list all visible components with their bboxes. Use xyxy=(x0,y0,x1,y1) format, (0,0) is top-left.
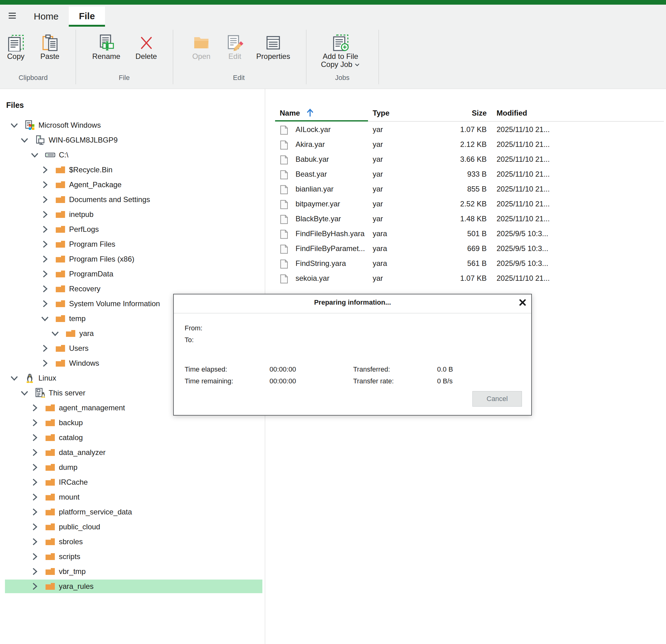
chevron-collapsed-icon[interactable] xyxy=(41,211,49,218)
chevron-collapsed-icon[interactable] xyxy=(41,166,49,173)
transferred-label: Transferred: xyxy=(353,365,390,374)
close-icon[interactable] xyxy=(518,298,527,307)
tree-item-program-files-x86[interactable]: Program Files (x86) xyxy=(0,252,265,267)
chevron-expanded-icon[interactable] xyxy=(31,151,38,159)
tree-item-data-analyzer[interactable]: data_analyzer xyxy=(0,445,265,460)
file-row-beast-yar[interactable]: Beast.yaryar933 B2025/11/10 21... xyxy=(265,167,666,182)
chevron-collapsed-icon[interactable] xyxy=(31,583,38,590)
tree-item-ircache[interactable]: IRCache xyxy=(0,475,265,490)
tree-item-dump[interactable]: dump xyxy=(0,460,265,475)
tree-item-backup[interactable]: backup xyxy=(0,415,265,430)
tree-item-sbroles[interactable]: sbroles xyxy=(0,534,265,549)
column-header-name[interactable]: Name xyxy=(280,109,300,117)
tree-item-platform-service-data[interactable]: platform_service_data xyxy=(0,505,265,520)
chevron-collapsed-icon[interactable] xyxy=(31,434,38,441)
tree-item-label: System Volume Information xyxy=(69,296,160,311)
tree-item-scripts[interactable]: scripts xyxy=(0,549,265,564)
tree-item-inetpub[interactable]: inetpub xyxy=(0,207,265,222)
tree-item-label: yara_rules xyxy=(59,579,93,594)
tab-file[interactable]: File xyxy=(69,6,105,25)
tree-item-label: $Recycle.Bin xyxy=(69,163,112,177)
tree-item-programdata[interactable]: ProgramData xyxy=(0,267,265,282)
file-row-sekoia-yar[interactable]: sekoia.yaryar1.07 KB2025/11/10 21... xyxy=(265,271,666,286)
tree-item-recycle-bin[interactable]: $Recycle.Bin xyxy=(0,163,265,177)
chevron-collapsed-icon[interactable] xyxy=(41,285,49,292)
ribbon: CopyPasteClipboardRenameDeleteFileOpenEd… xyxy=(0,27,666,89)
paste-button[interactable]: Paste xyxy=(27,27,73,61)
file-row-bianlian-yar[interactable]: bianlian.yaryar855 B2025/11/10 21... xyxy=(265,182,666,197)
chevron-collapsed-icon[interactable] xyxy=(41,226,49,233)
tree-item-catalog[interactable]: catalog xyxy=(0,430,265,445)
tree-item-label: catalog xyxy=(59,430,83,445)
tree-item-win-6glm8jlbgp9[interactable]: WIN-6GLM8JLBGP9 xyxy=(0,133,265,148)
chevron-collapsed-icon[interactable] xyxy=(41,270,49,278)
file-row-blackbyte-yar[interactable]: BlackByte.yaryar1.48 KB2025/11/10 21... xyxy=(265,211,666,226)
file-type: yara xyxy=(373,226,387,241)
column-header-modified[interactable]: Modified xyxy=(496,109,527,117)
file-icon xyxy=(280,184,288,194)
chevron-expanded-icon[interactable] xyxy=(51,330,59,337)
chevron-collapsed-icon[interactable] xyxy=(31,523,38,530)
chevron-expanded-icon[interactable] xyxy=(11,374,18,382)
cancel-button[interactable]: Cancel xyxy=(472,391,522,407)
chevron-collapsed-icon[interactable] xyxy=(31,404,38,411)
file-row-bitpaymer-yar[interactable]: bitpaymer.yaryar2.52 KB2025/11/10 21... xyxy=(265,197,666,211)
chevron-collapsed-icon[interactable] xyxy=(31,493,38,501)
chevron-collapsed-icon[interactable] xyxy=(41,196,49,203)
chevron-collapsed-icon[interactable] xyxy=(41,359,49,367)
file-row-findfilebyparamet[interactable]: FindFileByParamet...yara669 B2025/9/5 10… xyxy=(265,241,666,256)
add-to-file-button[interactable]: Add to FileCopy Job xyxy=(317,27,364,69)
ribbon-group-label: Edit xyxy=(208,74,270,82)
file-row-findstring-yara[interactable]: FindString.yarayara561 B2025/9/5 10:3... xyxy=(265,256,666,271)
chevron-collapsed-icon[interactable] xyxy=(31,568,38,575)
file-row-findfilebyhash-yara[interactable]: FindFileByHash.yarayara501 B2025/9/5 10:… xyxy=(265,226,666,241)
file-icon xyxy=(280,259,288,268)
chevron-collapsed-icon[interactable] xyxy=(31,538,38,545)
chevron-expanded-icon[interactable] xyxy=(11,121,18,129)
tree-item-perflogs[interactable]: PerfLogs xyxy=(0,222,265,237)
tree-item-c[interactable]: C:\ xyxy=(0,148,265,163)
tree-item-mount[interactable]: mount xyxy=(0,490,265,505)
tree-item-agent-package[interactable]: Agent_Package xyxy=(0,177,265,192)
tree-item-vbr-tmp[interactable]: vbr_tmp xyxy=(0,564,265,579)
hamburger-icon[interactable] xyxy=(9,13,16,19)
chevron-collapsed-icon[interactable] xyxy=(31,553,38,560)
folder-icon xyxy=(45,492,55,502)
file-name: Akira.yar xyxy=(296,137,325,152)
tab-home[interactable]: Home xyxy=(31,5,62,27)
chevron-expanded-icon[interactable] xyxy=(21,136,28,144)
file-icon xyxy=(280,125,288,134)
file-row-akira-yar[interactable]: Akira.yaryar2.12 KB2025/11/10 21... xyxy=(265,137,666,152)
chevron-collapsed-icon[interactable] xyxy=(41,181,49,188)
file-modified: 2025/11/10 21... xyxy=(496,197,550,211)
chevron-collapsed-icon[interactable] xyxy=(41,300,49,307)
tree-item-documents-and-settings[interactable]: Documents and Settings xyxy=(0,192,265,207)
chevron-collapsed-icon[interactable] xyxy=(41,255,49,263)
chevron-collapsed-icon[interactable] xyxy=(31,419,38,426)
file-size: 933 B xyxy=(433,167,487,182)
column-header-type[interactable]: Type xyxy=(373,109,389,117)
chevron-collapsed-icon[interactable] xyxy=(41,345,49,352)
chevron-expanded-icon[interactable] xyxy=(41,315,49,322)
chevron-collapsed-icon[interactable] xyxy=(31,449,38,456)
chevron-collapsed-icon[interactable] xyxy=(31,508,38,516)
file-row-ailock-yar[interactable]: AILock.yaryar1.07 KB2025/11/10 21... xyxy=(265,122,666,137)
chevron-collapsed-icon[interactable] xyxy=(31,464,38,471)
folder-icon xyxy=(55,343,66,353)
to-label: To: xyxy=(185,336,194,344)
file-row-babuk-yar[interactable]: Babuk.yaryar3.66 KB2025/11/10 21... xyxy=(265,152,666,167)
column-header-size[interactable]: Size xyxy=(433,109,487,117)
delete-button[interactable]: Delete xyxy=(123,27,170,61)
rename-button[interactable]: Rename xyxy=(83,27,129,61)
tree-item-yara-rules[interactable]: yara_rules xyxy=(0,579,265,594)
properties-button[interactable]: Properties xyxy=(250,27,296,61)
file-modified: 2025/11/10 21... xyxy=(496,152,550,167)
chevron-collapsed-icon[interactable] xyxy=(41,240,49,248)
tree-item-label: Users xyxy=(69,341,89,356)
tree-item-microsoft-windows[interactable]: Microsoft Windows xyxy=(0,118,265,133)
chevron-expanded-icon[interactable] xyxy=(21,389,28,397)
file-modified: 2025/9/5 10:3... xyxy=(496,241,548,256)
tree-item-program-files[interactable]: Program Files xyxy=(0,237,265,252)
chevron-collapsed-icon[interactable] xyxy=(31,478,38,486)
tree-item-public-cloud[interactable]: public_cloud xyxy=(0,520,265,534)
